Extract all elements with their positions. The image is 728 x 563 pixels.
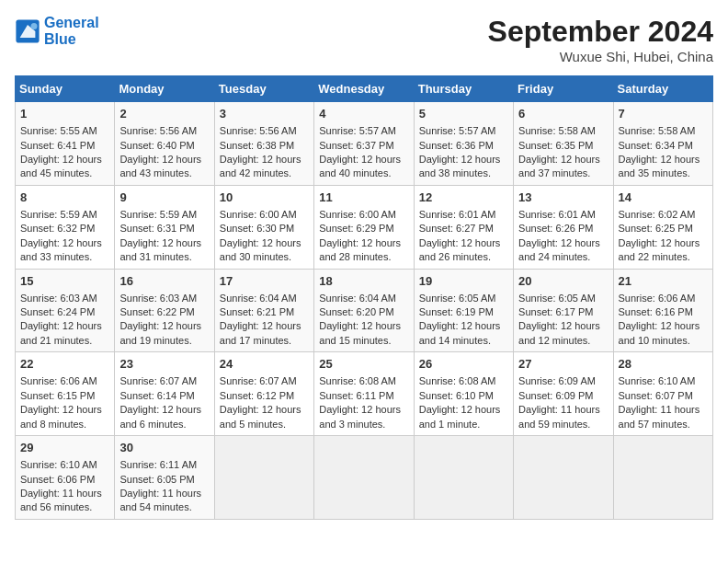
day-info: Sunrise: 6:07 AM: [220, 374, 309, 388]
day-number: 21: [619, 273, 708, 290]
day-info: Sunset: 6:20 PM: [319, 305, 408, 319]
day-info: and 42 minutes.: [220, 167, 309, 180]
column-header-thursday: Thursday: [414, 76, 513, 102]
logo-text: General Blue: [44, 15, 99, 48]
day-info: Daylight: 11 hours: [119, 487, 209, 500]
calendar-cell: 16Sunrise: 6:03 AMSunset: 6:22 PMDayligh…: [115, 269, 214, 352]
day-info: Daylight: 12 hours: [319, 236, 408, 250]
calendar-cell: [314, 436, 414, 520]
column-header-monday: Monday: [115, 76, 214, 102]
day-info: Sunset: 6:35 PM: [518, 139, 608, 153]
day-info: Daylight: 12 hours: [619, 236, 708, 250]
day-info: Daylight: 12 hours: [419, 153, 508, 167]
day-info: and 19 minutes.: [119, 334, 209, 348]
day-number: 25: [319, 356, 408, 373]
day-info: Sunrise: 6:03 AM: [119, 292, 209, 305]
day-number: 19: [419, 273, 508, 290]
calendar-cell: [613, 436, 712, 520]
day-info: Sunrise: 5:56 AM: [220, 124, 309, 138]
day-info: Daylight: 12 hours: [319, 319, 408, 333]
day-info: and 24 minutes.: [518, 250, 608, 264]
calendar-cell: 15Sunrise: 6:03 AMSunset: 6:24 PMDayligh…: [16, 269, 115, 352]
day-info: and 56 minutes.: [20, 500, 109, 514]
day-info: Sunrise: 5:57 AM: [419, 124, 508, 138]
day-info: Sunset: 6:41 PM: [20, 139, 109, 153]
day-info: and 3 minutes.: [319, 418, 408, 431]
calendar-cell: 5Sunrise: 5:57 AMSunset: 6:36 PMDaylight…: [414, 102, 513, 186]
day-info: Daylight: 12 hours: [20, 403, 109, 417]
calendar-cell: 26Sunrise: 6:08 AMSunset: 6:10 PMDayligh…: [414, 352, 513, 436]
day-info: and 45 minutes.: [20, 167, 109, 180]
day-info: Sunrise: 5:59 AM: [20, 208, 109, 222]
day-info: Daylight: 12 hours: [119, 319, 209, 333]
day-info: Daylight: 12 hours: [220, 153, 309, 167]
day-info: Sunset: 6:10 PM: [419, 389, 508, 403]
calendar-cell: 20Sunrise: 6:05 AMSunset: 6:17 PMDayligh…: [514, 269, 613, 352]
day-info: and 43 minutes.: [119, 167, 209, 180]
day-info: Sunset: 6:22 PM: [119, 305, 209, 319]
day-info: Sunrise: 6:00 AM: [220, 208, 309, 222]
day-info: Sunrise: 5:56 AM: [119, 124, 209, 138]
day-info: Daylight: 12 hours: [619, 319, 708, 333]
day-info: Sunrise: 6:04 AM: [220, 292, 309, 305]
day-info: Sunset: 6:36 PM: [419, 139, 508, 153]
day-number: 12: [419, 190, 508, 206]
day-number: 4: [319, 106, 408, 122]
day-info: and 40 minutes.: [319, 167, 408, 180]
day-info: and 21 minutes.: [20, 334, 109, 348]
day-info: Daylight: 12 hours: [119, 236, 209, 250]
day-info: Daylight: 11 hours: [619, 403, 708, 417]
calendar-cell: 28Sunrise: 6:10 AMSunset: 6:07 PMDayligh…: [613, 352, 712, 436]
day-info: and 33 minutes.: [20, 250, 109, 264]
day-number: 7: [619, 106, 708, 122]
day-info: Sunrise: 6:08 AM: [419, 374, 508, 388]
day-info: Sunset: 6:06 PM: [20, 473, 109, 487]
day-info: and 26 minutes.: [419, 250, 508, 264]
day-info: Sunrise: 5:58 AM: [619, 124, 708, 138]
day-info: Sunrise: 6:02 AM: [619, 208, 708, 222]
calendar-cell: 24Sunrise: 6:07 AMSunset: 6:12 PMDayligh…: [214, 352, 313, 436]
day-info: Daylight: 12 hours: [319, 153, 408, 167]
calendar-cell: 22Sunrise: 6:06 AMSunset: 6:15 PMDayligh…: [16, 352, 115, 436]
day-info: Sunrise: 6:01 AM: [518, 208, 608, 222]
calendar-cell: 9Sunrise: 5:59 AMSunset: 6:31 PMDaylight…: [115, 185, 214, 269]
month-title: September 2024: [488, 15, 713, 49]
calendar-cell: [214, 436, 313, 520]
calendar-cell: [414, 436, 513, 520]
day-info: and 6 minutes.: [119, 418, 209, 431]
calendar-cell: 1Sunrise: 5:55 AMSunset: 6:41 PMDaylight…: [16, 102, 115, 186]
day-number: 29: [20, 440, 109, 456]
day-info: and 5 minutes.: [220, 418, 309, 431]
day-number: 14: [619, 190, 708, 206]
day-info: Daylight: 12 hours: [419, 236, 508, 250]
day-number: 24: [220, 356, 309, 373]
day-info: Sunset: 6:40 PM: [119, 139, 209, 153]
day-info: and 54 minutes.: [119, 500, 209, 514]
day-number: 13: [518, 190, 608, 206]
day-info: Sunrise: 6:03 AM: [20, 292, 109, 305]
day-info: and 35 minutes.: [619, 167, 708, 180]
day-info: and 1 minute.: [419, 418, 508, 431]
day-info: and 30 minutes.: [220, 250, 309, 264]
day-info: Sunset: 6:19 PM: [419, 305, 508, 319]
calendar-cell: 14Sunrise: 6:02 AMSunset: 6:25 PMDayligh…: [613, 185, 712, 269]
day-info: Sunrise: 5:59 AM: [119, 208, 209, 222]
calendar-cell: 17Sunrise: 6:04 AMSunset: 6:21 PMDayligh…: [214, 269, 313, 352]
day-info: Sunset: 6:11 PM: [319, 389, 408, 403]
calendar-cell: 29Sunrise: 6:10 AMSunset: 6:06 PMDayligh…: [16, 436, 115, 520]
day-info: Sunrise: 5:58 AM: [518, 124, 608, 138]
day-number: 16: [119, 273, 209, 290]
calendar-cell: 25Sunrise: 6:08 AMSunset: 6:11 PMDayligh…: [314, 352, 414, 436]
day-info: and 31 minutes.: [119, 250, 209, 264]
calendar-cell: 8Sunrise: 5:59 AMSunset: 6:32 PMDaylight…: [16, 185, 115, 269]
calendar-cell: 13Sunrise: 6:01 AMSunset: 6:26 PMDayligh…: [514, 185, 613, 269]
day-info: Sunrise: 6:10 AM: [619, 374, 708, 388]
day-info: Sunrise: 5:55 AM: [20, 124, 109, 138]
day-number: 18: [319, 273, 408, 290]
column-header-saturday: Saturday: [613, 76, 712, 102]
day-info: Daylight: 12 hours: [119, 153, 209, 167]
day-info: Sunrise: 6:09 AM: [518, 374, 608, 388]
day-info: Sunrise: 6:07 AM: [119, 374, 209, 388]
day-info: Sunrise: 6:06 AM: [20, 374, 109, 388]
day-number: 6: [518, 106, 608, 122]
